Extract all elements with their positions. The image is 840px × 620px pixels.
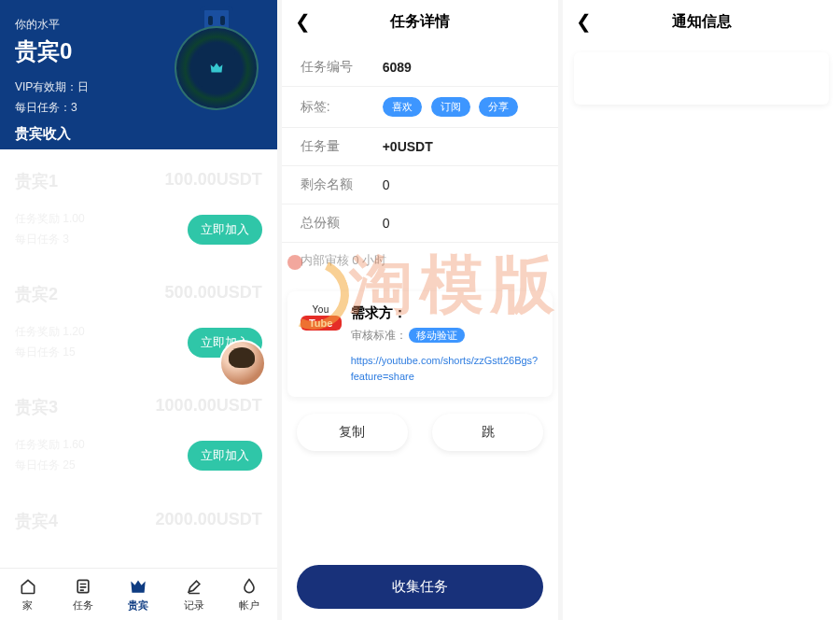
crown-icon <box>129 577 147 596</box>
tag-pill[interactable]: 分享 <box>479 97 518 117</box>
list-icon <box>74 577 92 596</box>
youtube-icon: You Tube <box>301 304 342 331</box>
tab-label: 帐户 <box>239 599 259 613</box>
row-key: 总份额 <box>301 215 383 232</box>
requester-title: 需求方： <box>351 304 540 322</box>
row-key: 任务编号 <box>301 59 383 76</box>
requester-card: You Tube 需求方： 审核标准：移动验证 https://youtube.… <box>287 291 553 397</box>
tab-label: 任务 <box>73 599 93 613</box>
vip-card-price: 1000.00USDT <box>156 396 262 418</box>
vip-list[interactable]: 贵宾1100.00USDT 任务奖励 1.00每日任务 3 立即加入 贵宾250… <box>0 149 277 549</box>
tab-bar: 家 任务 贵宾 记录 帐户 <box>0 568 277 620</box>
tab-tasks[interactable]: 任务 <box>55 569 110 620</box>
vip-income-label[interactable]: 贵宾收入 <box>15 125 262 143</box>
vip-card[interactable]: 贵宾1100.00USDT 任务奖励 1.00每日任务 3 立即加入 <box>0 153 277 266</box>
remaining-value: 0 <box>383 177 390 192</box>
nav-bar: ❮ 任务详情 <box>282 0 559 43</box>
drop-icon <box>240 577 259 596</box>
daily-task-value: 3 <box>71 101 77 114</box>
vip-card-price: 2000.00USDT <box>156 510 262 532</box>
tab-label: 记录 <box>184 599 204 613</box>
vip-card[interactable]: 贵宾2500.00USDT 任务奖励 1.20每日任务 15 立即加入 <box>0 266 277 379</box>
tab-account[interactable]: 帐户 <box>221 569 276 620</box>
review-standard-label: 审核标准： <box>351 329 407 342</box>
back-icon[interactable]: ❮ <box>576 10 592 33</box>
verify-pill: 移动验证 <box>409 328 465 343</box>
page-title: 任务详情 <box>390 12 450 32</box>
edit-icon <box>185 577 203 596</box>
vip-expiry-value: 日 <box>77 80 89 93</box>
row-key: 标签: <box>301 99 383 116</box>
vip-expiry-label: VIP有效期： <box>15 80 77 93</box>
vip-card-stat: 任务奖励 1.00 <box>15 209 85 230</box>
vip-panel: 你的水平 贵宾0 VIP有效期：日 每日任务：3 贵宾收入 贵宾1100.00U… <box>0 0 277 620</box>
tag-pill[interactable]: 订阅 <box>431 97 470 117</box>
vip-card-name: 贵宾3 <box>15 396 58 418</box>
tag-pill[interactable]: 喜欢 <box>383 97 422 117</box>
vip-card-stat: 任务奖励 1.20 <box>15 322 85 343</box>
vip-card-price: 100.00USDT <box>165 170 262 192</box>
vip-card-price: 500.00USDT <box>165 283 262 305</box>
nav-bar: ❮ 通知信息 <box>563 0 840 43</box>
notice-card[interactable] <box>574 52 829 105</box>
vip-card-name: 贵宾1 <box>15 170 58 192</box>
task-link[interactable]: https://youtube.com/shorts/zzGstt26Bgs?f… <box>351 353 540 384</box>
vip-header: 你的水平 贵宾0 VIP有效期：日 每日任务：3 贵宾收入 <box>0 0 277 149</box>
copy-button[interactable]: 复制 <box>297 414 408 451</box>
vip-crest-icon <box>175 26 259 110</box>
agent-avatar-icon <box>219 340 266 387</box>
vip-card-stat: 每日任务 15 <box>15 343 85 363</box>
tab-records[interactable]: 记录 <box>166 569 221 620</box>
page-title: 通知信息 <box>672 12 732 32</box>
vip-card-name: 贵宾2 <box>15 283 58 305</box>
task-amount: +0USDT <box>383 139 433 154</box>
notice-panel: ❮ 通知信息 <box>563 0 840 620</box>
daily-task-label: 每日任务： <box>15 101 71 114</box>
total-value: 0 <box>383 216 390 231</box>
join-button[interactable]: 立即加入 <box>188 215 262 245</box>
vip-card[interactable]: 贵宾31000.00USDT 任务奖励 1.60每日任务 25 立即加入 <box>0 379 277 492</box>
row-key: 任务量 <box>301 138 383 155</box>
review-note: 内部审核 0 小时 <box>301 243 540 278</box>
tab-vip[interactable]: 贵宾 <box>111 569 166 620</box>
home-icon <box>19 577 37 596</box>
join-button[interactable]: 立即加入 <box>188 441 262 471</box>
vip-card-name: 贵宾4 <box>15 510 58 532</box>
task-detail-panel: ❮ 任务详情 任务编号6089 标签: 喜欢 订阅 分享 任务量+0USDT 剩… <box>282 0 559 620</box>
vip-card-stat: 每日任务 25 <box>15 456 85 476</box>
tab-label: 家 <box>22 599 33 613</box>
vip-card[interactable]: 贵宾42000.00USDT <box>0 493 277 549</box>
vip-card-stat: 每日任务 3 <box>15 230 85 250</box>
collect-task-button[interactable]: 收集任务 <box>297 565 544 609</box>
back-icon[interactable]: ❮ <box>295 10 311 33</box>
row-key: 剩余名额 <box>301 176 383 193</box>
jump-button[interactable]: 跳 <box>432 414 543 451</box>
tab-home[interactable]: 家 <box>0 569 55 620</box>
tab-label: 贵宾 <box>128 599 148 613</box>
task-id: 6089 <box>383 60 412 75</box>
vip-card-stat: 任务奖励 1.60 <box>15 435 85 456</box>
